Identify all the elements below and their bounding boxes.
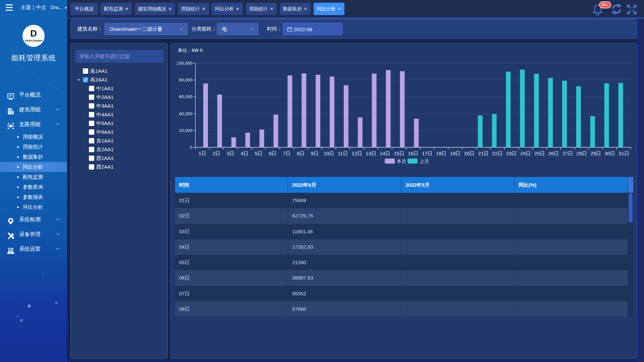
svg-text:10日: 10日: [324, 150, 334, 156]
svg-text:4日: 4日: [240, 150, 248, 156]
svg-text:40,000: 40,000: [179, 111, 193, 116]
svg-text:31日: 31日: [619, 150, 629, 156]
svg-text:9日: 9日: [311, 150, 319, 156]
svg-text:80,000: 80,000: [179, 77, 193, 82]
svg-text:11日: 11日: [338, 150, 348, 156]
svg-text:27日: 27日: [562, 150, 573, 156]
svg-text:20,000: 20,000: [179, 128, 193, 133]
svg-text:13日: 13日: [366, 150, 376, 156]
svg-text:20日: 20日: [464, 150, 475, 156]
svg-text:25日: 25日: [534, 150, 545, 156]
svg-text:26日: 26日: [548, 150, 559, 156]
svg-text:6日: 6日: [269, 150, 276, 156]
svg-text:本月: 本月: [396, 159, 406, 164]
svg-text:上月: 上月: [420, 159, 429, 164]
svg-text:15日: 15日: [394, 150, 405, 156]
svg-text:28日: 28日: [577, 150, 587, 156]
svg-text:16日: 16日: [408, 150, 419, 156]
svg-text:12日: 12日: [352, 150, 362, 156]
svg-text:5日: 5日: [255, 150, 262, 156]
svg-text:17日: 17日: [422, 150, 433, 156]
svg-text:29日: 29日: [590, 150, 601, 156]
svg-text:0: 0: [190, 145, 192, 150]
svg-text:18日: 18日: [436, 150, 447, 156]
svg-text:3日: 3日: [227, 150, 234, 156]
svg-text:100,000: 100,000: [177, 61, 193, 66]
svg-text:21日: 21日: [478, 150, 489, 156]
svg-text:30日: 30日: [604, 150, 615, 156]
svg-text:1日: 1日: [199, 150, 206, 156]
svg-text:7日: 7日: [283, 150, 290, 156]
svg-text:23日: 23日: [506, 150, 517, 156]
svg-text:14日: 14日: [380, 150, 390, 156]
svg-text:19日: 19日: [450, 150, 461, 156]
svg-text:22日: 22日: [492, 150, 503, 156]
svg-text:2日: 2日: [213, 150, 220, 156]
svg-text:60,000: 60,000: [179, 94, 193, 99]
svg-text:8日: 8日: [297, 150, 305, 156]
svg-text:24日: 24日: [520, 150, 531, 156]
